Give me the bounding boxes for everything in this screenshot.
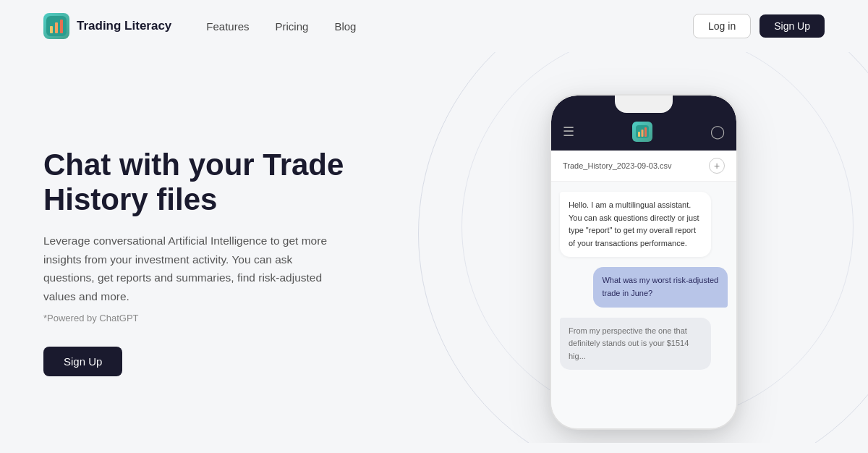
nav-link-blog[interactable]: Blog: [334, 20, 356, 33]
navbar: Trading Literacy Features Pricing Blog L…: [0, 0, 868, 52]
nav-logo[interactable]: Trading Literacy: [43, 13, 171, 39]
phone-notch: [615, 96, 673, 113]
svg-rect-7: [644, 127, 647, 137]
svg-rect-2: [55, 22, 58, 33]
chat-area: Hello. I am a multilingual assistant. Yo…: [551, 182, 736, 428]
hero-section: Chat with your Trade History files Lever…: [0, 52, 868, 443]
svg-rect-6: [642, 130, 644, 137]
nav-brand-text: Trading Literacy: [77, 19, 171, 33]
hero-title: Chat with your Trade History files: [43, 148, 434, 218]
add-file-button[interactable]: +: [709, 158, 725, 174]
nav-link-features[interactable]: Features: [206, 20, 249, 33]
nav-actions: Log in Sign Up: [693, 14, 825, 38]
hamburger-icon[interactable]: ☰: [563, 124, 574, 140]
login-button[interactable]: Log in: [693, 14, 751, 38]
phone-screen: ☰ ◯ Trade_History_2023-09-03.csv +: [551, 96, 736, 428]
chat-message-bot-1: Hello. I am a multilingual assistant. Yo…: [560, 192, 711, 257]
user-icon[interactable]: ◯: [710, 124, 725, 140]
svg-rect-1: [50, 26, 53, 33]
hero-content: Chat with your Trade History files Lever…: [43, 148, 434, 377]
file-name-label: Trade_History_2023-09-03.csv: [563, 161, 672, 170]
logo-icon: [43, 13, 69, 39]
phone-mockup: ☰ ◯ Trade_History_2023-09-03.csv +: [550, 94, 738, 430]
hero-description: Leverage conversational Artificial Intel…: [43, 232, 333, 305]
file-bar: Trade_History_2023-09-03.csv +: [551, 151, 736, 182]
signup-hero-button[interactable]: Sign Up: [43, 347, 122, 376]
svg-rect-3: [60, 20, 63, 33]
hero-powered-by: *Powered by ChatGPT: [43, 313, 434, 323]
nav-links: Features Pricing Blog: [206, 20, 693, 33]
chat-message-user-1: What was my worst risk-adjusted trade in…: [593, 267, 728, 307]
svg-rect-5: [638, 132, 640, 137]
app-logo-icon: [632, 122, 652, 142]
hero-visual: ☰ ◯ Trade_History_2023-09-03.csv +: [463, 94, 825, 430]
bottom-hint: A window into your transactions history: [0, 443, 868, 453]
chat-message-bot-2: From my perspective the one that definit…: [560, 318, 711, 371]
nav-link-pricing[interactable]: Pricing: [276, 20, 309, 33]
signup-nav-button[interactable]: Sign Up: [760, 14, 825, 38]
